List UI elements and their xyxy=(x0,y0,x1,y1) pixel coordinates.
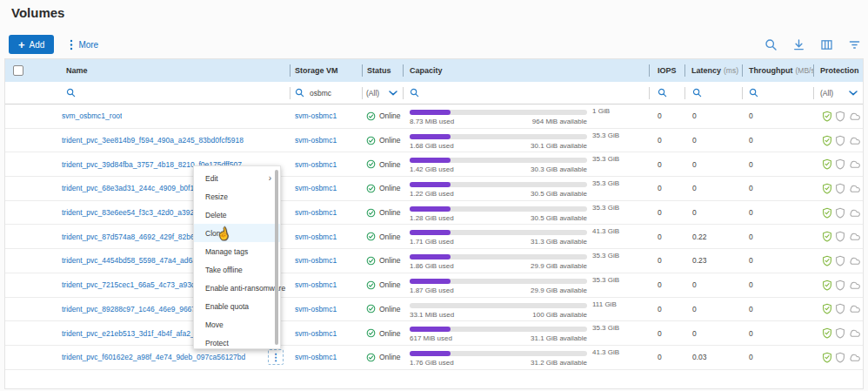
online-check-icon xyxy=(366,159,376,169)
storage-vm-link[interactable]: svm-osbmc1 xyxy=(290,208,337,217)
volume-name-link[interactable]: trident_pvc_4454bd58_5598_47a4_ad6a_4 xyxy=(53,256,205,265)
shield-check-icon xyxy=(822,303,832,314)
status-cell: Online xyxy=(362,249,403,273)
storage-vm-link[interactable]: svm-osbmc1 xyxy=(290,353,337,361)
table-row: trident_pvc_87d574a8_4692_429f_82b6_a8 s… xyxy=(5,225,863,249)
throughput-filter[interactable] xyxy=(742,82,813,104)
capacity-filter[interactable] xyxy=(403,82,649,104)
storage-vm-filter[interactable]: osbmc xyxy=(290,82,362,104)
context-menu-item[interactable]: Clone xyxy=(194,224,280,242)
iops-value: 0 xyxy=(649,298,684,321)
volume-name-link[interactable]: trident_pvc_87d574a8_4692_429f_82b6_a8 xyxy=(53,233,207,241)
name-filter[interactable] xyxy=(53,82,290,104)
latency-value: 0.23 xyxy=(684,249,742,273)
volume-name-link[interactable]: svm_osbmc1_root xyxy=(53,111,122,120)
column-header-name[interactable]: Name xyxy=(53,59,290,82)
capacity-available: 30.1 GiB available xyxy=(531,142,587,150)
volume-name-link[interactable]: trident_pvc_f60162e2_a98f_4e74_9deb_097c… xyxy=(53,353,245,361)
status-filter[interactable]: (All) xyxy=(362,82,403,104)
shield-check-icon xyxy=(822,255,832,266)
column-header-status[interactable]: Status xyxy=(362,59,403,82)
column-header-storage-vm[interactable]: Storage VM xyxy=(290,59,362,82)
download-icon[interactable] xyxy=(792,38,805,51)
storage-vm-link[interactable]: svm-osbmc1 xyxy=(290,280,337,289)
table-row: trident_pvc_89288c97_1c46_46e9_9667_2c s… xyxy=(5,298,863,322)
table-header: Name Storage VM Status Capacity IOPS Lat… xyxy=(5,59,863,82)
volume-name-link[interactable]: trident_pvc_7215cec1_66a5_4c73_a93c_28 xyxy=(53,280,207,289)
volume-name-link[interactable]: trident_pvc_e21eb513_3d1f_4b4f_afa2_0af xyxy=(53,329,204,338)
shield-icon xyxy=(835,207,845,219)
storage-vm-link[interactable]: svm-osbmc1 xyxy=(290,329,337,338)
column-header-iops[interactable]: IOPS xyxy=(649,59,684,82)
throughput-value: 0 xyxy=(742,321,813,345)
storage-vm-link[interactable]: svm-osbmc1 xyxy=(290,160,337,169)
status-cell: Online xyxy=(362,273,403,297)
volume-name-link[interactable]: trident_pvc_83e6ee54_f3c3_42d0_a392_5b xyxy=(53,208,206,217)
search-icon[interactable] xyxy=(658,88,667,98)
search-icon[interactable] xyxy=(410,88,419,98)
context-menu-item[interactable]: Delete xyxy=(194,206,280,224)
column-header-throughput[interactable]: Throughput(MB/s) xyxy=(742,59,813,82)
columns-icon[interactable] xyxy=(820,38,833,51)
chevron-down-icon[interactable] xyxy=(849,91,858,96)
storage-vm-filter-value[interactable]: osbmc xyxy=(310,89,331,98)
storage-vm-link[interactable]: svm-osbmc1 xyxy=(290,305,337,313)
context-menu-item[interactable]: Resize xyxy=(194,187,280,206)
volume-name-link[interactable]: trident_pvc_3ee814b9_f594_490a_a245_83bd… xyxy=(53,136,244,145)
chevron-down-icon[interactable] xyxy=(389,91,397,96)
search-icon[interactable] xyxy=(749,88,758,98)
latency-value: 0 xyxy=(684,273,742,297)
filter-icon[interactable] xyxy=(848,38,861,51)
column-header-protection[interactable]: Protection xyxy=(813,59,863,82)
capacity-used: 1.68 GiB used xyxy=(410,142,454,150)
online-check-icon xyxy=(366,208,376,218)
capacity-bar-fill xyxy=(410,158,451,163)
context-menu-item[interactable]: Enable quota xyxy=(194,297,280,315)
context-menu-item[interactable]: Manage tags xyxy=(194,242,280,260)
capacity-bar xyxy=(410,303,587,308)
capacity-total: 35.3 GiB xyxy=(592,179,619,187)
volume-name-link[interactable]: trident_pvc_68e3ad31_244c_4909_b0f1_50 xyxy=(53,184,206,192)
column-header-capacity[interactable]: Capacity xyxy=(403,59,649,82)
search-icon[interactable] xyxy=(295,88,304,98)
more-button[interactable]: More xyxy=(70,39,98,51)
capacity-total: 35.3 GiB xyxy=(592,276,619,284)
column-header-latency[interactable]: Latency(ms) xyxy=(684,59,742,82)
volume-name-link[interactable]: trident_pvc_89288c97_1c46_46e9_9667_2c xyxy=(53,305,208,313)
iops-filter[interactable] xyxy=(649,82,684,104)
storage-vm-link[interactable]: svm-osbmc1 xyxy=(290,184,337,192)
capacity-cell: 35.3 GiB 1.86 GiB used 29.9 GiB availabl… xyxy=(403,249,649,273)
storage-vm-link[interactable]: svm-osbmc1 xyxy=(290,111,337,120)
storage-vm-link[interactable]: svm-osbmc1 xyxy=(290,136,337,145)
capacity-used: 1.22 GiB used xyxy=(410,190,454,198)
search-icon[interactable] xyxy=(765,38,778,51)
context-menu-item[interactable]: Edit › xyxy=(194,169,280,187)
select-all-checkbox[interactable] xyxy=(13,65,23,76)
latency-value: 0 xyxy=(684,104,742,128)
status-cell: Online xyxy=(362,152,403,176)
status-cell: Online xyxy=(362,104,403,128)
search-icon[interactable] xyxy=(692,88,702,98)
table-row: trident_pvc_e21eb513_3d1f_4b4f_afa2_0af … xyxy=(5,321,863,346)
search-icon[interactable] xyxy=(66,88,76,98)
context-menu-item[interactable]: Protect xyxy=(194,334,280,352)
storage-vm-link[interactable]: svm-osbmc1 xyxy=(290,256,337,265)
menu-scrollbar[interactable] xyxy=(275,170,278,345)
shield-check-icon xyxy=(822,327,832,339)
throughput-value: 0 xyxy=(742,249,813,273)
add-button[interactable]: + Add xyxy=(9,35,54,54)
context-menu-item[interactable]: Enable anti-ransomware xyxy=(194,279,280,297)
table-row: trident_pvc_f60162e2_a98f_4e74_9deb_097c… xyxy=(5,346,863,370)
capacity-available: 31.2 GiB available xyxy=(531,359,587,367)
capacity-cell: 1 GiB 8.73 MiB used 964 MiB available xyxy=(403,104,649,128)
cloud-icon xyxy=(848,208,861,218)
status-label: Online xyxy=(379,256,401,265)
cloud-icon xyxy=(848,232,861,241)
latency-filter[interactable] xyxy=(684,82,742,104)
table-row: trident_pvc_4454bd58_5598_47a4_ad6a_4 sv… xyxy=(5,249,863,273)
context-menu-item[interactable]: Move xyxy=(194,315,280,334)
context-menu-item[interactable]: Take offline xyxy=(194,260,280,279)
shield-check-icon xyxy=(822,280,832,291)
storage-vm-link[interactable]: svm-osbmc1 xyxy=(290,233,337,241)
protection-filter[interactable]: (All) xyxy=(813,82,863,104)
